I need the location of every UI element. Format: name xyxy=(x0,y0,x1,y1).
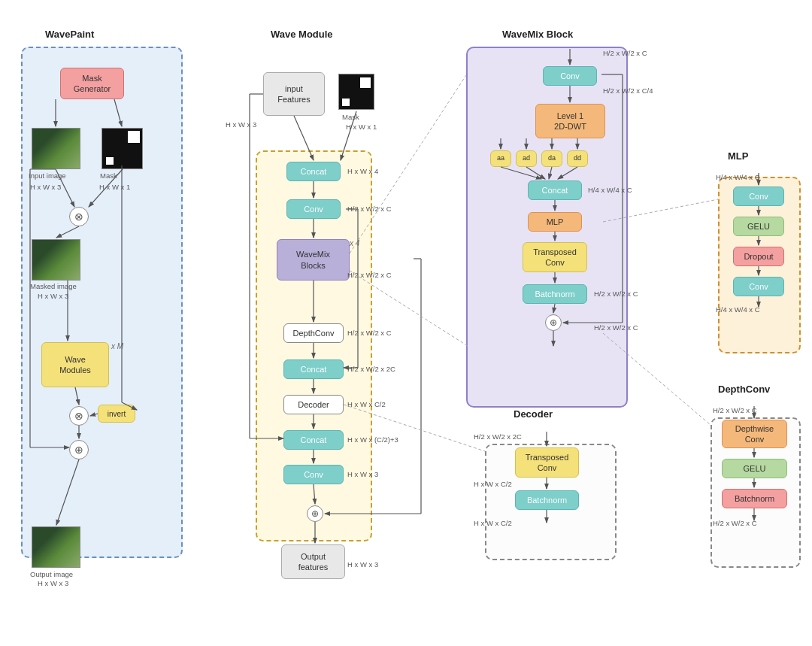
wave-modules-box: WaveModules xyxy=(41,342,109,387)
wmb-c4-dim2: H/4 x W/4 x C xyxy=(588,186,632,194)
dc-depthwise-box: DepthwiseConv xyxy=(722,420,787,448)
dc-gelu-box: GELU xyxy=(722,459,787,478)
masked-image xyxy=(32,239,80,281)
dc-in-dim: H/2 x W/2 x C xyxy=(713,406,757,414)
wm-wavemix-box: WaveMixBlocks xyxy=(277,239,350,281)
mlp-gelu-box: GELU xyxy=(733,217,784,236)
wmb-2ddwt-box: Level 12D-DWT xyxy=(535,104,605,138)
wm-concat-box: Concat xyxy=(286,162,341,181)
plus-circle-wmb: ⊕ xyxy=(545,314,562,331)
hwx4: H x W x 4 xyxy=(347,167,378,175)
invert-box: invert xyxy=(98,405,135,423)
hw-c2: H/2 x W/2 x C xyxy=(347,271,392,279)
hw-2c: H/2 x W/2 x 2C xyxy=(347,365,395,373)
wave-module-mask-img xyxy=(338,74,374,110)
x4-badge: x 4 xyxy=(350,239,359,247)
wavepaint-label: WavePaint xyxy=(45,29,94,40)
hw-c3: H/2 x W/2 x C xyxy=(347,329,392,337)
plus-circle-wm: ⊕ xyxy=(307,505,323,522)
wmb-mlp-box: MLP xyxy=(528,212,582,232)
ad-box: ad xyxy=(516,150,537,167)
wave-module-label: Wave Module xyxy=(271,29,333,40)
output-image xyxy=(32,526,80,568)
hw-c4: H x W x C/2 xyxy=(347,400,386,408)
dec-in-dim: H/2 x W/2 x 2C xyxy=(474,432,522,441)
mlp-conv2-box: Conv xyxy=(733,277,784,296)
dec-out-dim: H x W x C/2 xyxy=(474,519,512,527)
multiply-symbol: ⊗ xyxy=(69,207,89,226)
masked-image-label: Masked image xyxy=(30,282,77,290)
dc-out-dim: H/2 x W/2 x C xyxy=(713,519,757,527)
diagram-container: WavePaint Wave Module WaveMix Block MLP … xyxy=(0,0,812,646)
wmb-in-dim: H/2 x W/2 x C xyxy=(603,49,647,57)
mlp-dropout-box: Dropout xyxy=(733,247,784,266)
hw-c: H/2 x W/2 x C xyxy=(347,205,392,213)
wm-concat2-box: Concat xyxy=(283,359,344,379)
wmb-hw-c: H/2 x W/2 x C xyxy=(594,290,638,298)
wmb-concat-box: Concat xyxy=(528,180,582,200)
wavemix-block-label: WaveMix Block xyxy=(502,29,573,40)
aa-box: aa xyxy=(490,150,511,167)
hwx3-wm: H x W x 3 xyxy=(226,120,256,129)
dec-mid-dim: H x W x C/2 xyxy=(474,480,512,488)
xm-badge: x M xyxy=(111,342,123,350)
multiply-symbol2: ⊗ xyxy=(69,406,89,426)
mlp-label: MLP xyxy=(728,150,748,162)
hw-c5: H x W x (C/2)+3 xyxy=(347,435,398,444)
hwx1-wm: H x W x 1 xyxy=(346,123,377,131)
dec-transpconv-box: TransposedConv xyxy=(515,447,579,478)
input-features-box: inputFeatures xyxy=(263,72,325,116)
hw-c6: H x W x 3 xyxy=(347,470,378,478)
da-box: da xyxy=(541,150,562,167)
wm-conv2-box: Conv xyxy=(283,465,344,484)
hwx3-label2: H x W x 3 xyxy=(38,292,68,300)
plus-symbol: ⊕ xyxy=(69,440,89,459)
wmb-conv-box: Conv xyxy=(543,66,597,86)
output-features-box: Outputfeatures xyxy=(281,544,345,579)
depthconv-label: DepthConv xyxy=(718,384,770,395)
wm-concat3-box: Concat xyxy=(283,430,344,450)
wm-depthconv-box: DepthConv xyxy=(283,323,344,343)
wmb-c4-dim: H/2 x W/2 x C/4 xyxy=(603,86,653,95)
wm-conv-box: Conv xyxy=(286,199,341,219)
mask-image xyxy=(102,128,143,169)
dec-batchnorm-box: Batchnorm xyxy=(515,490,579,510)
decoder-label: Decoder xyxy=(514,408,553,420)
wmb-transpconv-box: TransposedConv xyxy=(523,242,587,272)
wavepaint-region xyxy=(21,47,183,558)
mask-text: Mask xyxy=(342,113,359,121)
hwx3-label1: H x W x 3 xyxy=(30,183,61,191)
mask-label: Mask xyxy=(100,171,117,180)
wmb-hw-c2: H/2 x W/2 x C xyxy=(594,323,638,332)
hwx1-label1: H x W x 1 xyxy=(99,183,130,191)
hw-3-out: H x W x 3 xyxy=(347,560,378,569)
hwx3-output: H x W x 3 xyxy=(38,579,68,587)
input-image xyxy=(32,128,80,169)
input-image-label: Input image xyxy=(29,171,66,180)
dd-box: dd xyxy=(567,150,588,167)
mlp-out-dim: H/4 x W/4 x C xyxy=(716,305,760,314)
mlp-conv1-box: Conv xyxy=(733,187,784,206)
mask-generator-box: MaskGenerator xyxy=(60,68,124,99)
output-image-label: Output image xyxy=(30,570,73,578)
dc-batchnorm-box: Batchnorm xyxy=(722,489,787,508)
mlp-in-dim: H/4 x W/4 x C xyxy=(716,173,760,181)
wmb-batchnorm-box: Batchnorm xyxy=(523,284,587,304)
wm-decoder-box: Decoder xyxy=(283,395,344,414)
